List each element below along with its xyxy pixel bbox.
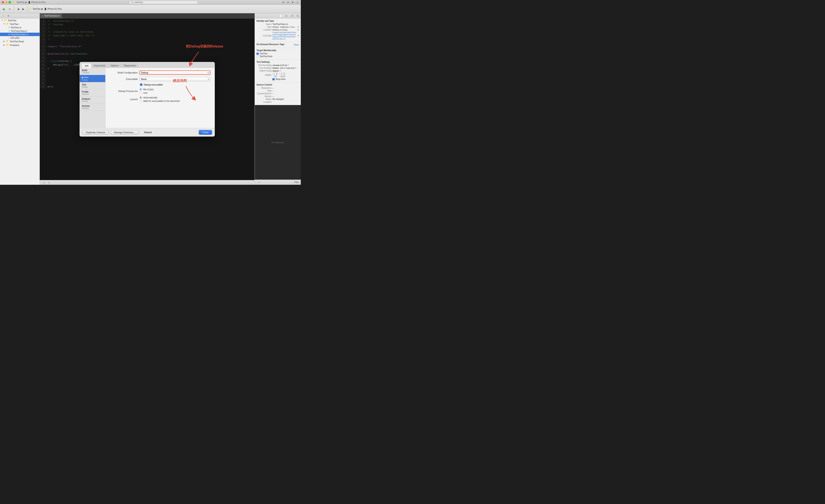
target-testtwo-checkbox[interactable] (256, 53, 259, 55)
sidebar-label: TestTwoTests (10, 40, 24, 43)
build-config-label: Build Configuration (110, 71, 138, 74)
code-content[interactable]: 1 // TestTwoClass.m 2 // TestTwo 3 // 4 … (40, 18, 254, 180)
sidebar-item-info-plist[interactable]: ▶ p Info.plist (0, 36, 40, 40)
modal-tab-arguments[interactable]: Arguments (91, 63, 108, 68)
target-testtwotests-label: TestTwoTests (259, 55, 299, 58)
sidebar-item-testtwo-root[interactable]: ▼ 📁 TestTwo (0, 18, 40, 22)
launch-row: Launch Automatically Wait for executable… (110, 96, 210, 102)
scheme-item-test[interactable]: Test Debug (80, 82, 105, 89)
debug-exe-checkbox[interactable] (140, 83, 142, 86)
scheme-item-build[interactable]: Build 2 targets (80, 68, 105, 75)
indent-input-group[interactable]: 4 ▲ ▼ (280, 72, 285, 75)
nav-toggle[interactable]: ⊟ (286, 1, 290, 4)
scheme-selector[interactable]: 📁 TestTwo ▶ 📱 iPhone 6s Plus (29, 8, 62, 10)
widths-row: Widths 4 ▲ ▼ Tab (256, 72, 299, 78)
close-button[interactable] (2, 1, 4, 3)
executable-select[interactable]: None ▼ (139, 77, 210, 81)
maximize-button[interactable] (9, 1, 11, 3)
folder-icon: 📁 (6, 40, 9, 43)
right-bottom-add-icon[interactable]: + (256, 180, 261, 185)
debug-exe-label: Debug executable (144, 83, 163, 86)
debug-exe-row: Debug executable (110, 83, 210, 86)
text-encoding-row: Text Encoding Unicode (UTF-8) ▼ (256, 64, 299, 66)
modal-tab-info[interactable]: Info (82, 63, 91, 68)
manage-schemes-button[interactable]: Manage Schemes... (110, 130, 139, 135)
build-config-value: Debug (141, 71, 148, 74)
project-name: TestTwo (16, 1, 24, 3)
back-icon[interactable]: ◀ (16, 7, 20, 11)
tab-arrows[interactable]: ▲ ▼ (276, 73, 278, 75)
indent-using-value: Spaces (273, 70, 279, 72)
target-testtwotests-checkbox[interactable] (256, 56, 259, 58)
folder-icon: 📁 (6, 44, 9, 47)
sidebar-label: TestTwo (10, 23, 18, 25)
scheme-item-archive[interactable]: Archive Release (80, 103, 105, 111)
show-button[interactable]: Show (294, 44, 299, 46)
inspector-toggle[interactable]: ⊡ (296, 1, 299, 4)
close-button[interactable]: Close (199, 130, 212, 135)
right-history-icon[interactable]: ☰ (295, 13, 300, 18)
bottom-next-icon[interactable]: ▶ (47, 180, 52, 185)
wrap-lines-checkbox[interactable] (273, 78, 275, 80)
modal-tabs: Info Arguments Options Diagnostics (80, 62, 215, 68)
executable-value: None (141, 78, 147, 80)
scheme-item-analyze[interactable]: Analyze Debug (80, 96, 105, 103)
radio-root[interactable]: root (139, 91, 154, 94)
radio-wait[interactable]: Wait for executable to be launched (139, 100, 179, 102)
modal-footer: Duplicate Scheme Manage Schemes... Share… (80, 128, 215, 136)
radio-dot-wait (139, 100, 142, 102)
indent-down-icon[interactable]: ▼ (283, 74, 285, 75)
sidebar-item-testtwo-h[interactable]: ▶ h TestTwo.h (0, 26, 40, 29)
minimize-button[interactable] (5, 1, 7, 3)
project-icon: 📁 (13, 1, 16, 3)
tab-down-icon[interactable]: ▼ (276, 74, 278, 75)
run-button[interactable]: ▶ (2, 7, 6, 11)
layout-toggle[interactable]: ⊠ (291, 1, 294, 4)
sidebar-item-testtwo-group[interactable]: ▼ 📁 TestTwo (0, 22, 40, 26)
source-control-title: Source Control (256, 84, 299, 86)
sidebar-filter-icon[interactable]: ⊟ (6, 13, 11, 18)
bottom-nav-icon[interactable]: ◀ (42, 180, 46, 185)
scheme-item-run[interactable]: ▶ Run Debug (80, 75, 105, 82)
right-link-icon[interactable]: 🔗 (290, 13, 294, 18)
modal-body: Build 2 targets ▶ Run Debug Test Debug (80, 68, 215, 128)
titlebar-right: ⊞ ⊟ ⊠ ⊡ (282, 1, 299, 4)
sidebar-item-products[interactable]: ▶ 📁 Products (0, 43, 40, 47)
search-text: Indexing (135, 1, 143, 3)
shared-checkbox[interactable] (141, 131, 143, 134)
chevron-encoding-icon: ▼ (287, 64, 289, 66)
radio-label: root (143, 91, 147, 94)
text-encoding-select[interactable]: Unicode (UTF-8) ▼ (273, 64, 299, 66)
identity-type-title: Identity and Type (256, 20, 299, 22)
on-demand-section: On Demand Resource Tags Show (255, 42, 301, 48)
sidebar-item-testtwoclass-m[interactable]: ▶ m TestTwoClass.m (0, 33, 40, 36)
right-code-icon[interactable]: {} (284, 13, 289, 18)
build-config-select[interactable]: Debug ▼ (139, 70, 210, 75)
debug-process-row: Debug Process As Me (Cain) root (110, 88, 210, 94)
duplicate-scheme-button[interactable]: Duplicate Scheme (82, 130, 109, 135)
radio-me[interactable]: Me (Cain) (139, 88, 154, 91)
name-row: Name TestTwoClass.m (256, 23, 299, 25)
line-endings-select[interactable]: Default - OS X / Unix (LF) ▼ (273, 67, 299, 69)
scheme-item-profile[interactable]: Profile Release (80, 89, 105, 96)
modal-tab-options[interactable]: Options (108, 63, 122, 68)
sidebar-item-testtwoclass-h[interactable]: ▶ h TestTwoClass.h (0, 29, 40, 33)
right-file-icon[interactable]: 📄 (279, 13, 283, 18)
device-name-tb: iPhone 6s Plus (48, 8, 62, 10)
launch-label: Launch (110, 98, 138, 100)
text-encoding-label: Text Encoding (256, 64, 272, 66)
sidebar-item-testtwotests[interactable]: ▶ 📁 TestTwoTests (0, 40, 40, 43)
modal-tab-diagnostics[interactable]: Diagnostics (121, 63, 139, 68)
forward-icon[interactable]: ▶ (21, 7, 25, 11)
radio-auto[interactable]: Automatically (139, 96, 179, 99)
sidebar-add-icon[interactable]: ＋ (1, 13, 6, 18)
scheme-list: Build 2 targets ▶ Run Debug Test Debug (80, 68, 105, 128)
stop-button[interactable]: ■ (7, 7, 12, 11)
editor-tab-testtwoclass[interactable]: m TestTwoClass.m (40, 13, 62, 18)
indent-using-select[interactable]: Spaces ▼ (273, 70, 299, 72)
tab-input-group[interactable]: 4 ▲ ▼ (273, 72, 278, 75)
sidebar-toggle[interactable]: ⊞ (282, 1, 285, 4)
full-path-value[interactable]: /Users/Cain/MyFolder/Framework/Aggregate… (273, 31, 297, 40)
search-bar[interactable]: 🔍 Indexing (129, 1, 198, 4)
indent-arrows[interactable]: ▲ ▼ (283, 73, 285, 75)
